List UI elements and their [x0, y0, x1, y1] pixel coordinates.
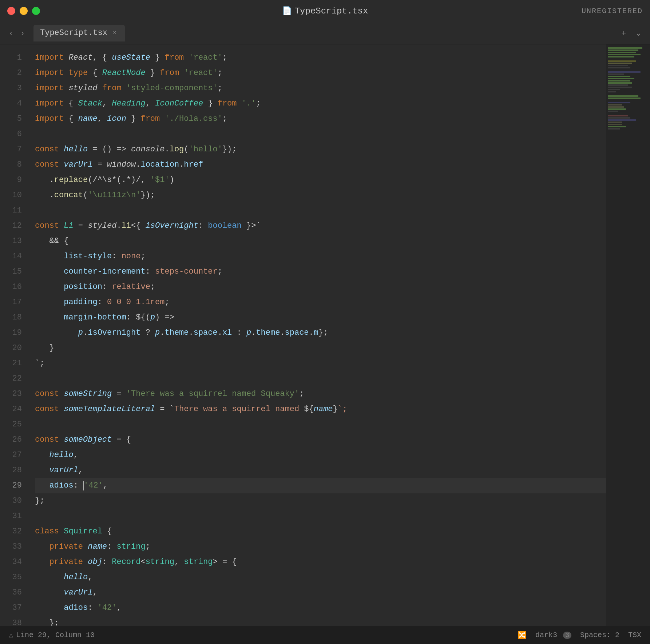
- token: (: [83, 188, 88, 203]
- tab-dropdown-button[interactable]: ⌄: [633, 27, 644, 39]
- cursor-position[interactable]: Line 29, Column 10: [16, 631, 95, 639]
- tab-close-button[interactable]: ×: [111, 29, 118, 37]
- token: :: [146, 264, 155, 279]
- token: const: [35, 432, 59, 448]
- token: const: [35, 218, 59, 234]
- token: ;: [165, 295, 169, 310]
- line-number: 32: [0, 524, 22, 539]
- minimap-line: [608, 73, 624, 75]
- new-tab-button[interactable]: +: [618, 27, 630, 39]
- code-line[interactable]: counter-increment: steps-counter;: [35, 264, 606, 279]
- token: ): [170, 172, 174, 188]
- minimize-button[interactable]: [20, 7, 28, 15]
- code-line[interactable]: [35, 371, 606, 386]
- code-line[interactable]: padding: 0 0 0 1.1rem;: [35, 295, 606, 310]
- code-line[interactable]: }: [35, 341, 606, 356]
- code-line[interactable]: && {: [35, 234, 606, 249]
- close-button[interactable]: [7, 7, 15, 15]
- token: window: [107, 157, 136, 172]
- token: :: [232, 325, 246, 341]
- token: 'react': [189, 50, 222, 65]
- code-line[interactable]: p.isOvernight ? p.theme.space.xl : p.the…: [35, 325, 606, 341]
- line-number: 23: [0, 386, 22, 402]
- line-number: 3: [0, 81, 22, 96]
- code-line[interactable]: .replace(/^\s*(.*)/, '$1'): [35, 172, 606, 188]
- token: isOvernight: [146, 218, 198, 234]
- code-line[interactable]: [35, 509, 606, 524]
- code-line[interactable]: adios: '42',: [35, 600, 606, 616]
- titlebar: 📄 TypeScript.tsx UNREGISTERED: [0, 0, 650, 22]
- token: =: [112, 386, 126, 402]
- code-editor[interactable]: import React, { useState } from 'react';…: [29, 44, 606, 626]
- statusbar: ⚠ Line 29, Column 10 🔀 dark3 3 Spaces: 2…: [0, 626, 650, 644]
- code-line[interactable]: list-style: none;: [35, 249, 606, 264]
- code-line[interactable]: const Li = styled.li<{ isOvernight: bool…: [35, 218, 606, 234]
- code-line[interactable]: hello,: [35, 448, 606, 463]
- token: varUrl: [64, 157, 92, 172]
- token: }: [203, 96, 218, 111]
- token: href: [184, 157, 203, 172]
- token: };: [35, 493, 44, 509]
- code-line[interactable]: import { name, icon } from './Hola.css';: [35, 111, 606, 127]
- spaces-label[interactable]: Spaces: 2: [580, 631, 619, 639]
- token: '$1': [150, 172, 170, 188]
- minimap[interactable]: [606, 44, 650, 626]
- code-line[interactable]: import { Stack, Heading, IconCoffee } fr…: [35, 96, 606, 111]
- code-line[interactable]: margin-bottom: ${(p) =>: [35, 310, 606, 325]
- code-line[interactable]: [35, 417, 606, 432]
- code-line[interactable]: private obj: Record<string, string> = {: [35, 554, 606, 570]
- token: <{: [131, 218, 146, 234]
- token: .: [35, 188, 54, 203]
- token: [83, 554, 88, 570]
- active-tab[interactable]: TypeScript.tsx ×: [33, 25, 125, 41]
- token: [35, 325, 78, 341]
- token: };: [318, 325, 328, 341]
- code-line[interactable]: const hello = () => console.log('hello'}…: [35, 142, 606, 157]
- code-line[interactable]: `;: [35, 356, 606, 371]
- line-number: 10: [0, 188, 22, 203]
- code-line[interactable]: import type { ReactNode } from 'react';: [35, 65, 606, 81]
- token: }: [333, 402, 338, 417]
- code-line[interactable]: varUrl,: [35, 463, 606, 478]
- token: > = {: [213, 554, 237, 570]
- code-line[interactable]: private name: string;: [35, 539, 606, 554]
- statusbar-right: 🔀 dark3 3 Spaces: 2 TSX: [518, 631, 641, 640]
- code-line[interactable]: .concat('\u1111z\n'});: [35, 188, 606, 203]
- token: `;: [338, 402, 347, 417]
- tab-forward-button[interactable]: ›: [17, 27, 28, 39]
- minimap-line: [608, 56, 634, 57]
- token: ;: [222, 50, 227, 65]
- token: boolean: [208, 218, 241, 234]
- code-line[interactable]: };: [35, 493, 606, 509]
- tab-navigation: ‹ ›: [6, 27, 28, 39]
- code-line[interactable]: varUrl,: [35, 585, 606, 600]
- code-line[interactable]: position: relative;: [35, 279, 606, 295]
- theme-label[interactable]: dark3 3: [535, 631, 571, 639]
- line-number: 2: [0, 65, 22, 81]
- token: '\u1111z\n': [88, 188, 140, 203]
- code-line[interactable]: adios: '42',: [35, 478, 606, 493]
- token: name: [78, 111, 98, 127]
- token: : ${(: [126, 310, 150, 325]
- code-line[interactable]: const someTemplateLiteral = `There was a…: [35, 402, 606, 417]
- token: [64, 50, 68, 65]
- code-line[interactable]: import styled from 'styled-components';: [35, 81, 606, 96]
- code-line[interactable]: const varUrl = window.location.href: [35, 157, 606, 172]
- code-line[interactable]: import React, { useState } from 'react';: [35, 50, 606, 65]
- code-line[interactable]: [35, 127, 606, 142]
- code-line[interactable]: [35, 203, 606, 218]
- language-label[interactable]: TSX: [628, 631, 641, 639]
- maximize-button[interactable]: [32, 7, 40, 15]
- code-line[interactable]: const someObject = {: [35, 432, 606, 448]
- code-line[interactable]: hello,: [35, 570, 606, 585]
- minimap-line: [608, 104, 622, 106]
- token: ,: [102, 96, 112, 111]
- tab-back-button[interactable]: ‹: [6, 27, 16, 39]
- token: [35, 249, 64, 264]
- token: [59, 386, 64, 402]
- code-line[interactable]: };: [35, 616, 606, 626]
- token: from: [140, 111, 160, 127]
- code-line[interactable]: class Squirrel {: [35, 524, 606, 539]
- line-number: 24: [0, 402, 22, 417]
- code-line[interactable]: const someString = 'There was a squirrel…: [35, 386, 606, 402]
